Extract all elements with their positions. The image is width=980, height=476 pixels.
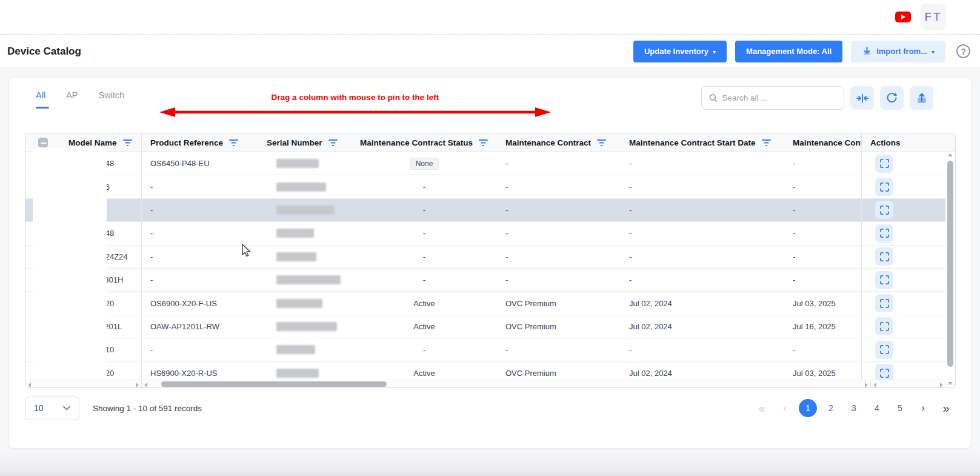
tab-switch[interactable]: Switch: [98, 90, 124, 109]
scroll-right-arrow-icon[interactable]: [865, 383, 868, 387]
scroll-left-arrow-icon[interactable]: [873, 383, 876, 387]
filter-icon[interactable]: [123, 139, 132, 146]
search-input[interactable]: [722, 93, 836, 102]
horizontal-scroll-thumb[interactable]: [161, 381, 387, 387]
contract-start-date-cell: -: [621, 175, 784, 198]
expand-row-button[interactable]: [875, 201, 893, 219]
product-reference-cell: -: [142, 199, 258, 221]
filter-icon[interactable]: [328, 139, 338, 146]
maintenance-contract-cell: -: [497, 152, 621, 175]
expand-row-button[interactable]: [875, 341, 893, 359]
column-label: Maintenance Contr: [793, 138, 862, 147]
pinned-left-scrollbar[interactable]: [25, 380, 142, 387]
expand-row-button[interactable]: [875, 247, 893, 266]
brand-letter-t: T: [933, 10, 942, 24]
collapse-columns-button[interactable]: [850, 86, 874, 110]
contract-status-cell: None: [352, 152, 497, 175]
contract-start-date-cell: -: [621, 269, 784, 291]
export-button[interactable]: [910, 86, 933, 110]
vertical-scrollbar[interactable]: [945, 152, 955, 380]
pagination-page-3[interactable]: 3: [845, 399, 863, 417]
filter-icon[interactable]: [479, 139, 488, 146]
product-reference-cell: OAW-AP1201L-RW: [142, 315, 258, 338]
table-footer: 10 Showing 1 - 10 of 591 records «‹12345…: [25, 396, 955, 420]
expand-icon: [880, 322, 889, 331]
filter-icon[interactable]: [597, 139, 606, 146]
table-row[interactable]: OS6860-P48-----: [25, 222, 955, 245]
device-table: Model NameProduct ReferenceSerial Number…: [25, 133, 956, 388]
filter-icon[interactable]: [229, 139, 238, 146]
table-row[interactable]: OS6900-X20OS6900-X20-F-USActiveOVC Premi…: [25, 292, 955, 315]
maintenance-contract-cell: -: [497, 246, 621, 268]
filter-icon[interactable]: [762, 139, 771, 146]
expand-row-button[interactable]: [875, 155, 893, 173]
status-text: -: [423, 252, 425, 261]
status-text: -: [423, 345, 425, 354]
table-row[interactable]: OS6450-P10-----: [25, 338, 955, 361]
actions-cell: [862, 152, 937, 175]
scroll-right-arrow-icon[interactable]: [940, 383, 943, 387]
refresh-button[interactable]: [880, 86, 904, 110]
contract-start-date-cell: -: [621, 199, 784, 221]
horizontal-scrollbar: [25, 380, 945, 387]
page-size-select[interactable]: 10: [25, 397, 79, 420]
actions-cell: [862, 199, 937, 221]
actions-cell: [862, 222, 937, 244]
expand-row-button[interactable]: [875, 294, 893, 312]
pagination-page-2[interactable]: 2: [822, 399, 840, 417]
tab-ap[interactable]: AP: [66, 90, 78, 109]
status-text: Active: [413, 322, 435, 331]
double-arrow: [159, 107, 551, 118]
help-glyph: ?: [961, 47, 966, 56]
pinned-right-scrollbar[interactable]: [870, 380, 945, 387]
table-row[interactable]: OS6450-P48OS6450-P48-EUNone---: [25, 152, 955, 175]
pin-column-annotation: Drag a column with mouse to pin to the l…: [159, 93, 551, 120]
youtube-icon[interactable]: [895, 12, 911, 22]
pagination-page-5[interactable]: 5: [891, 399, 909, 417]
contract-status-cell: -: [352, 199, 497, 221]
pagination-page-4[interactable]: 4: [868, 399, 886, 417]
help-icon[interactable]: ?: [956, 44, 970, 58]
expand-row-button[interactable]: [875, 317, 893, 335]
scroll-left-arrow-icon[interactable]: [144, 383, 147, 387]
expand-row-button[interactable]: [875, 178, 893, 196]
pagination-prev[interactable]: ‹: [776, 399, 794, 417]
update-inventory-button[interactable]: Update Inventory ▾: [633, 41, 727, 62]
pagination-last[interactable]: »: [937, 399, 955, 417]
column-label: Maintenance Contract Start Date: [629, 138, 756, 147]
chevron-down-icon: ▾: [932, 49, 935, 55]
pagination-page-1[interactable]: 1: [799, 399, 817, 417]
status-badge: None: [410, 158, 439, 170]
table-row[interactable]: Unknown-----: [25, 199, 955, 222]
product-reference-cell: -: [142, 269, 258, 291]
pagination-next[interactable]: ›: [914, 399, 932, 417]
table-row[interactable]: OS6560-P24Z24-----: [25, 246, 955, 269]
expand-row-button[interactable]: [875, 224, 893, 243]
tab-all[interactable]: All: [36, 90, 45, 109]
vertical-scroll-thumb[interactable]: [947, 161, 953, 367]
import-from-button[interactable]: Import from... ▾: [851, 41, 945, 62]
table-body: OS6450-P48OS6450-P48-EUNone---OS6465-P6-…: [25, 152, 955, 385]
management-mode-button[interactable]: Management Mode: All: [735, 41, 842, 62]
column-header-product-reference: Product Reference: [142, 133, 258, 152]
search-icon: [709, 93, 717, 102]
brand-badge[interactable]: F T: [921, 4, 946, 30]
pagination-first[interactable]: «: [753, 399, 771, 417]
table-row[interactable]: OAW-AP1301H-----: [25, 269, 955, 292]
select-all-checkbox[interactable]: [38, 138, 48, 147]
serial-number-cell: [258, 292, 352, 314]
scroll-right-arrow-icon[interactable]: [136, 383, 139, 387]
contract-end-date-cell: Jul 16, 2025: [784, 315, 862, 338]
expand-row-button[interactable]: [875, 271, 893, 289]
contract-end-date-cell: -: [784, 199, 862, 221]
contract-status-cell: -: [352, 175, 497, 198]
scroll-up-arrow-icon[interactable]: [948, 153, 953, 156]
column-label: Actions: [870, 138, 901, 147]
table-row[interactable]: OAW-AP1201LOAW-AP1201L-RWActiveOVC Premi…: [25, 315, 955, 338]
column-label: Product Reference: [150, 138, 223, 147]
actions-cell: [862, 269, 937, 291]
table-row[interactable]: OS6465-P6-----: [25, 175, 955, 198]
scroll-left-arrow-icon[interactable]: [28, 383, 31, 387]
center-scrollbar[interactable]: [142, 380, 870, 387]
scroll-down-arrow-icon[interactable]: [948, 382, 953, 385]
